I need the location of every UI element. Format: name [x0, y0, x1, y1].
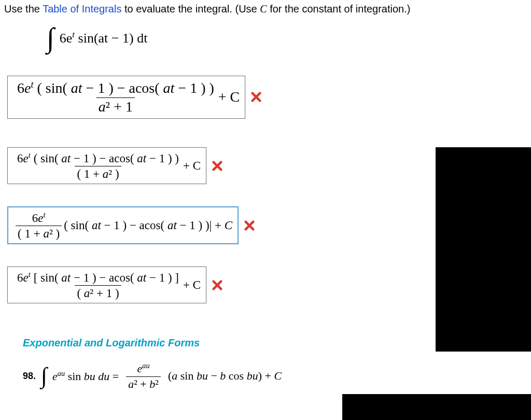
instr-post: for the constant of integration.): [267, 3, 411, 15]
answer-row-1: 6et ( sin( at − 1 ) − acos( at − 1 ) ) a…: [7, 76, 262, 119]
table-of-integrals-link[interactable]: Table of Integrals: [43, 3, 121, 15]
fraction: eau a² + b²: [126, 362, 161, 390]
fraction: 6et ( sin( at − 1 ) − acos( at − 1 ) ) a…: [15, 79, 216, 115]
wrong-icon: [212, 160, 223, 172]
wrong-icon: [250, 91, 262, 103]
answer-row-4: 6et [ sin( at − 1 ) − acos( at − 1 ) ] (…: [7, 267, 223, 303]
section-heading: Exponential and Logarithmic Forms: [23, 337, 200, 349]
answer-row-3: 6et ( 1 + a² ) ( sin( at − 1 ) − acos( a…: [7, 206, 255, 244]
redaction-block: [342, 394, 531, 420]
fraction: 6et ( 1 + a² ): [16, 211, 62, 240]
answer-tail: + C: [218, 89, 240, 105]
integral-icon: ∫: [41, 365, 47, 387]
answer-input-1[interactable]: 6et ( sin( at − 1 ) − acos( at − 1 ) ) a…: [7, 76, 245, 119]
fraction: 6et [ sin( at − 1 ) − acos( at − 1 ) ] (…: [15, 270, 181, 300]
formula-number: 98.: [23, 371, 36, 382]
formula-lhs: eau sin bu du =: [52, 369, 119, 383]
answer-row-2: 6et ( sin( at − 1 ) − acos( at − 1 ) ) (…: [7, 147, 223, 184]
answer-input-2[interactable]: 6et ( sin( at − 1 ) − acos( at − 1 ) ) (…: [7, 147, 206, 184]
problem-integral: ∫ 6et sin(at − 1) dt: [47, 24, 147, 52]
fraction: 6et ( sin( at − 1 ) − acos( at − 1 ) ) (…: [15, 151, 181, 180]
wrong-icon: [244, 220, 255, 231]
formula-98: 98. ∫ eau sin bu du = eau a² + b² (a sin…: [23, 362, 282, 390]
wrong-icon: [212, 279, 223, 291]
answer-input-4[interactable]: 6et [ sin( at − 1 ) − acos( at − 1 ) ] (…: [7, 267, 206, 303]
instr-mid: to evaluate the integral. (Use: [121, 3, 260, 15]
problem-coef: 6e: [60, 31, 73, 46]
answer-tail: + C: [183, 159, 201, 173]
constant-c: C: [260, 3, 267, 15]
instruction: Use the Table of Integrals to evaluate t…: [4, 3, 410, 15]
problem-rest: sin(at − 1) dt: [75, 31, 147, 46]
answer-input-3[interactable]: 6et ( 1 + a² ) ( sin( at − 1 ) − acos( a…: [7, 206, 239, 244]
integral-icon: ∫: [47, 24, 54, 52]
formula-rhs: (a sin bu − b cos bu) + C: [168, 369, 282, 383]
answer-after: ( sin( at − 1 ) − acos( at − 1 ) )| + C: [64, 219, 232, 232]
page: Use the Table of Integrals to evaluate t…: [0, 0, 531, 420]
instr-pre: Use the: [4, 3, 43, 15]
answer-tail: + C: [183, 278, 201, 292]
problem-expression: 6et sin(at − 1) dt: [60, 30, 148, 46]
redaction-block: [436, 147, 531, 352]
